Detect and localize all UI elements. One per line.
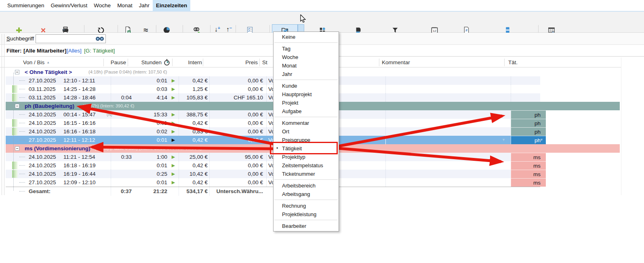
sync-indicator: [12, 119, 17, 127]
cell-stunden: 0:01: [134, 161, 167, 170]
header-separator: [172, 59, 173, 66]
cell-time: 11:21 - 12:54: [63, 153, 95, 161]
collapse-icon[interactable]: [15, 70, 19, 74]
cell-date: 24.10.2025: [29, 119, 63, 127]
menu-item-kunde[interactable]: Kunde: [274, 82, 339, 90]
cell-taet: [511, 85, 546, 93]
cell-kommentar: [385, 170, 511, 178]
menu-woche[interactable]: Woche: [90, 0, 114, 11]
menu-item-zeitstempelstatus[interactable]: Zeitstempelstatus: [274, 161, 339, 170]
cell-taet: ph: [511, 119, 546, 127]
cell-date: 24.10.2025: [29, 110, 63, 119]
col-status[interactable]: St: [262, 57, 267, 67]
play-icon: ▶: [170, 127, 177, 136]
cell-taet: [511, 76, 546, 85]
menu-item-preisgruppe[interactable]: Preisgruppe: [274, 136, 339, 144]
menu-item-projekttyp[interactable]: Projekttyp: [274, 153, 339, 161]
filter-employee[interactable]: [Alle Mitarbeiter]: [23, 48, 67, 54]
sync-indicator: [12, 94, 17, 101]
menu-item-arbeitsgang[interactable]: Arbeitsgang: [274, 190, 339, 198]
menu-monat[interactable]: Monat: [114, 0, 136, 11]
cell-stunden: 0:25: [134, 170, 167, 178]
menu-item-monat[interactable]: Monat: [274, 61, 339, 70]
menu-einzelzeiten[interactable]: Einzelzeiten: [153, 0, 190, 11]
menu-item-tag[interactable]: Tag: [274, 44, 339, 53]
kommentar-dropdown-icon[interactable]: ▼: [502, 136, 505, 144]
play-icon: ▶: [170, 110, 177, 119]
cell-pause: [111, 161, 132, 170]
group-summary: (1:27h) (Pause 0:33h) (Intern: 36,25 € /…: [95, 144, 202, 153]
cell-intern: 1,25 €: [179, 85, 209, 93]
menu-item-aufgabe[interactable]: Aufgabe: [274, 107, 339, 116]
col-von-bis[interactable]: Von / Bis▲: [23, 57, 50, 67]
cell-preis: 0,00 €: [209, 161, 263, 170]
menu-separator: [274, 200, 338, 200]
svg-text:12: 12: [433, 29, 436, 33]
menu-item-ort[interactable]: Ort: [274, 127, 339, 136]
menu-item-woche[interactable]: Woche: [274, 53, 339, 61]
menu-item-ticketnummer[interactable]: Ticketnummer: [274, 170, 339, 178]
menu-separator: [274, 179, 338, 180]
menu-item-kommentar[interactable]: Kommentar: [274, 119, 339, 127]
collapse-icon[interactable]: [15, 104, 19, 108]
play-icon: ▶: [170, 153, 177, 161]
play-icon: ▶: [170, 76, 177, 85]
cell-stunden: 0:01: [134, 178, 167, 187]
filter-scope[interactable]: [Alles]: [67, 48, 82, 54]
cell-stunden: 15:33: [134, 110, 167, 119]
cell-intern: 0,42 €: [179, 161, 209, 170]
cell-kommentar: [385, 178, 511, 187]
cell-intern: 0,42 €: [179, 76, 209, 85]
cell-intern: 105,83 €: [179, 93, 209, 102]
cell-date: 24.10.2025: [29, 170, 63, 178]
menu-item-hauptprojekt[interactable]: Hauptprojekt: [274, 90, 339, 99]
play-icon: ▶: [170, 161, 177, 170]
panel-edge-line: [2, 34, 2, 195]
menu-item-projektleistung[interactable]: Projektleistung: [274, 210, 339, 219]
menu-separator: [274, 42, 338, 43]
menu-summierungen[interactable]: Summierungen: [4, 0, 48, 11]
menu-item-projekt[interactable]: Projekt: [274, 99, 339, 107]
col-stunden[interactable]: Stunden: [128, 57, 162, 67]
cell-time: 00:14 - 15:47: [63, 110, 96, 119]
menu-gewinn-verlust[interactable]: Gewinn/Verlust: [48, 0, 91, 11]
cell-kommentar: [385, 119, 511, 127]
cell-time: 16:19 - 16:44: [63, 170, 96, 178]
menu-item-taetigkeit[interactable]: •Tätigkeit: [274, 144, 339, 153]
cell-date: 03.11.2025: [29, 85, 63, 93]
menu-item-bearbeiter[interactable]: Bearbeiter: [274, 222, 339, 230]
cell-taet: ms: [511, 153, 546, 161]
col-intern[interactable]: Intern: [173, 57, 202, 67]
header-separator: [203, 59, 203, 66]
menu-item-arbeitsbereich[interactable]: Arbeitsbereich: [274, 181, 339, 190]
menu-item-rechnung[interactable]: Rechnung: [274, 202, 339, 210]
cell-stunden: 0:02: [134, 127, 167, 136]
menu-item-jahr[interactable]: Jahr: [274, 70, 339, 78]
col-kommentar[interactable]: Kommentar: [382, 57, 410, 67]
menu-item-keine[interactable]: Keine: [274, 33, 339, 41]
cell-date: 24.10.2025: [29, 161, 63, 170]
cell-taet: ph: [511, 110, 546, 119]
taet-dropdown-icon[interactable]: ▼: [540, 136, 543, 144]
collapse-icon[interactable]: [15, 146, 19, 151]
cell-taet: [511, 93, 546, 102]
cell-kommentar: [385, 76, 511, 85]
cell-intern: 25,00 €: [179, 153, 209, 161]
col-taet[interactable]: Tät.: [508, 57, 518, 67]
table-edge-line: [621, 57, 621, 195]
group-title: ph (Baubegleitung): [25, 102, 74, 110]
col-preis[interactable]: Preis: [204, 57, 258, 67]
col-pause[interactable]: Pause: [105, 57, 126, 67]
binoculars-icon[interactable]: [95, 36, 104, 43]
cell-time: 12:10 - 12:11: [63, 76, 95, 85]
menu-jahr[interactable]: Jahr: [136, 0, 153, 11]
cell-date: 24.10.2025: [29, 127, 63, 136]
filter-grouping[interactable]: [G: Tätigkeit]: [84, 48, 115, 54]
cell-date: 27.10.2025: [29, 76, 63, 85]
cell-pause: 0:33: [111, 153, 132, 161]
cell-preis: 95,00 €: [209, 153, 263, 161]
cell-preis: 0,00 €: [209, 136, 263, 144]
stopwatch-icon: [164, 59, 170, 67]
sync-indicator: [12, 85, 17, 93]
search-label: Suchbegriff: [6, 36, 34, 42]
